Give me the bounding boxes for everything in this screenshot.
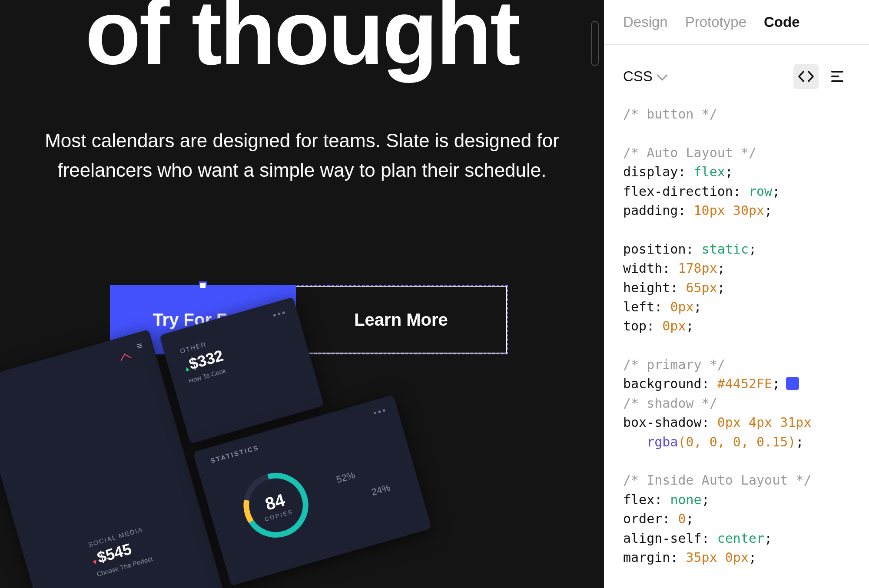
inspector-panel: Design Prototype Code CSS /* button */ /…	[604, 0, 869, 588]
language-select[interactable]: CSS	[623, 68, 787, 85]
more-icon: •••	[272, 307, 288, 321]
tab-design[interactable]: Design	[623, 14, 668, 30]
design-canvas[interactable]: of thought Most calendars are designed f…	[0, 0, 604, 588]
code-output[interactable]: /* button */ /* Auto Layout */ display: …	[604, 99, 869, 586]
mock-pct-1: 52%	[335, 469, 357, 486]
mock-pct-2: 24%	[370, 482, 392, 498]
code-comment-shadow: /* shadow */	[623, 396, 717, 411]
tab-code[interactable]: Code	[764, 14, 800, 30]
arrow-up-icon: ▴	[184, 364, 189, 373]
arrow-down-icon: ▾	[93, 558, 98, 566]
view-table-button[interactable]	[825, 64, 850, 89]
code-comment-autolayout: /* Auto Layout */	[623, 145, 756, 160]
mock-stats-label: STATISTICS	[210, 443, 260, 464]
chevron-down-icon	[657, 69, 667, 80]
mock-card-other: OTHER ▴$332 How To Cook	[179, 337, 228, 384]
hamburger-icon: ≡	[136, 340, 145, 352]
hero-headline: of thought	[0, 0, 604, 78]
mock-donut: 84 COPIES	[228, 457, 325, 555]
code-toolbar: CSS	[604, 45, 869, 99]
code-icon	[798, 70, 814, 83]
view-code-button[interactable]	[793, 64, 819, 89]
list-icon	[831, 71, 843, 82]
inspector-tabs: Design Prototype Code	[604, 0, 869, 45]
code-comment-insideal: /* Inside Auto Layout */	[623, 472, 811, 488]
color-swatch[interactable]	[786, 377, 799, 390]
mock-card-social: SOCIAL MEDIA ▾$545 Choose The Perfect	[87, 510, 206, 578]
hero-subhead: Most calendars are designed for teams. S…	[0, 126, 604, 185]
tab-prototype[interactable]: Prototype	[685, 14, 746, 30]
code-comment-primary: /* primary */	[623, 357, 725, 372]
more-icon: •••	[372, 404, 388, 419]
code-comment-button: /* button */	[623, 106, 717, 122]
language-label: CSS	[623, 68, 653, 85]
cursor-icon	[121, 353, 131, 364]
dashboard-mockup: ≡ SOCIAL MEDIA ▾$545 Choose The Perfect …	[0, 222, 569, 588]
